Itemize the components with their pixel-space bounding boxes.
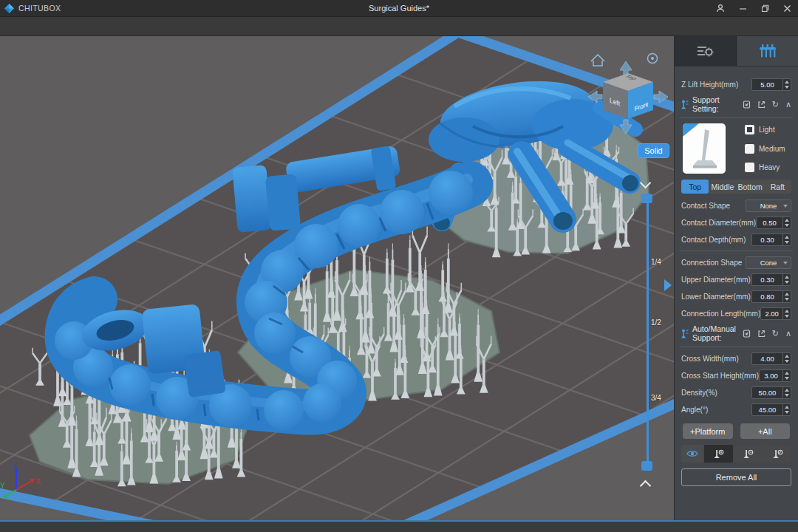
minimize-icon xyxy=(739,4,747,13)
add-all-supports-button[interactable]: +All xyxy=(740,423,791,439)
connection-length-input[interactable]: 2.00 xyxy=(760,307,791,320)
light-checkbox[interactable] xyxy=(745,125,754,134)
z-clip-slider-track[interactable] xyxy=(647,200,649,465)
export-profile-icon[interactable] xyxy=(757,100,765,109)
toggle-support-visibility-button[interactable] xyxy=(681,445,703,463)
support-panel: Z Lift Height(mm) 5.00 Support Setting: xyxy=(674,36,798,520)
bottom-edge-strip xyxy=(0,520,798,532)
tab-top[interactable]: Top xyxy=(681,180,709,194)
dropdown-arrow-icon xyxy=(783,205,788,208)
support-part-tabs: Top Middle Bottom Raft xyxy=(681,180,791,194)
contact-diameter-input[interactable]: 0.50 xyxy=(756,216,791,229)
connection-shape-select[interactable]: Cone xyxy=(746,256,791,269)
auto-manual-support-title: Auto/Manual Support: xyxy=(692,324,743,342)
support-setting-header: Support Setting: ↻ ∧ xyxy=(681,95,791,113)
reset-defaults-icon[interactable]: ↻ xyxy=(772,100,779,108)
medium-checkbox[interactable] xyxy=(745,144,754,154)
cross-start-height-input[interactable]: 3.00 xyxy=(759,369,791,382)
document-title: Surgical Guides* xyxy=(0,4,798,13)
thickness-option-light[interactable]: Light xyxy=(745,125,785,134)
add-platform-supports-button[interactable]: +Platform xyxy=(683,423,733,439)
heavy-checkbox[interactable] xyxy=(745,163,754,172)
add-support-mode-button[interactable] xyxy=(704,445,733,463)
close-button[interactable] xyxy=(776,0,798,16)
thickness-option-heavy[interactable]: Heavy xyxy=(745,163,785,172)
z-clip-slider-upper-handle[interactable] xyxy=(641,194,652,203)
angle-input[interactable]: 45.00 xyxy=(751,403,791,416)
focus-target-dot xyxy=(651,57,654,60)
import-profile-icon[interactable] xyxy=(743,330,751,338)
import-profile-icon[interactable] xyxy=(743,100,751,109)
tab-support[interactable] xyxy=(737,36,798,66)
lower-diameter-input[interactable]: 0.80 xyxy=(751,290,791,303)
support-setting-title: Support Setting: xyxy=(692,95,743,113)
reset-defaults-icon[interactable]: ↻ xyxy=(772,330,779,337)
dropdown-arrow-icon xyxy=(783,262,788,265)
z-lift-height-input[interactable]: 5.00 xyxy=(751,78,791,91)
support-edit-modes xyxy=(681,445,791,463)
auto-manual-support-header: Auto/Manual Support: ↻ ∧ xyxy=(681,324,791,342)
account-button[interactable] xyxy=(709,0,732,16)
z-lift-height-label: Z Lift Height(mm) xyxy=(681,81,738,89)
collapse-section-icon[interactable]: ∧ xyxy=(785,100,791,108)
tab-bottom[interactable]: Bottom xyxy=(737,180,764,194)
axis-z-label: Z xyxy=(13,462,17,470)
panel-expander-arrow[interactable] xyxy=(664,279,672,291)
slider-mark-half: 1/2 xyxy=(651,318,661,327)
settings-gear-icon xyxy=(697,44,715,58)
z-clip-slider-lower-handle[interactable] xyxy=(641,461,652,471)
3d-viewport[interactable]: Z X Y Top Left Front Solid 1/4 1 xyxy=(0,36,674,520)
toolbar-strip xyxy=(0,17,798,36)
support-table-icon xyxy=(759,44,777,58)
density-input[interactable]: 50.00 xyxy=(751,386,791,399)
spinner-up-icon[interactable] xyxy=(785,81,789,83)
auto-manual-support-icon xyxy=(681,329,689,338)
tab-middle[interactable]: Middle xyxy=(709,180,736,194)
remove-all-button[interactable]: Remove All xyxy=(681,468,791,486)
user-icon xyxy=(716,4,725,13)
title-bar: CHITUBOX Surgical Guides* xyxy=(0,0,798,17)
support-setting-icon xyxy=(681,100,689,109)
edit-support-icon xyxy=(771,449,783,460)
slider-mark-three-quarter: 3/4 xyxy=(651,394,661,402)
upper-diameter-input[interactable]: 0.30 xyxy=(751,273,791,286)
contact-shape-select[interactable]: None xyxy=(746,200,791,212)
restore-button[interactable] xyxy=(754,0,776,16)
tab-settings[interactable] xyxy=(675,36,737,66)
minimize-button[interactable] xyxy=(732,0,754,16)
collapse-section-icon[interactable]: ∧ xyxy=(785,330,791,337)
eye-icon xyxy=(686,449,698,458)
edit-support-mode-button[interactable] xyxy=(763,445,791,463)
add-support-icon xyxy=(712,449,724,460)
tab-raft[interactable]: Raft xyxy=(764,180,791,194)
axis-x-label: X xyxy=(35,477,41,485)
thickness-option-medium[interactable]: Medium xyxy=(745,144,785,154)
divider xyxy=(680,250,793,251)
support-preview-thumbnail xyxy=(683,123,726,174)
render-mode-button[interactable]: Solid xyxy=(638,143,669,158)
delete-support-mode-button[interactable] xyxy=(734,445,763,463)
3d-scene[interactable]: Z X Y Top Left Front xyxy=(0,36,674,520)
export-profile-icon[interactable] xyxy=(757,330,765,338)
cross-width-input[interactable]: 4.00 xyxy=(751,352,791,365)
restore-icon xyxy=(761,4,769,13)
divider xyxy=(680,117,793,118)
divider xyxy=(680,347,793,347)
contact-depth-input[interactable]: 0.30 xyxy=(751,233,791,246)
spinner-down-icon[interactable] xyxy=(785,86,789,89)
close-icon xyxy=(783,4,791,13)
delete-support-icon xyxy=(742,449,754,460)
axis-y-label: Y xyxy=(0,482,5,490)
slider-mark-quarter: 1/4 xyxy=(651,258,661,266)
